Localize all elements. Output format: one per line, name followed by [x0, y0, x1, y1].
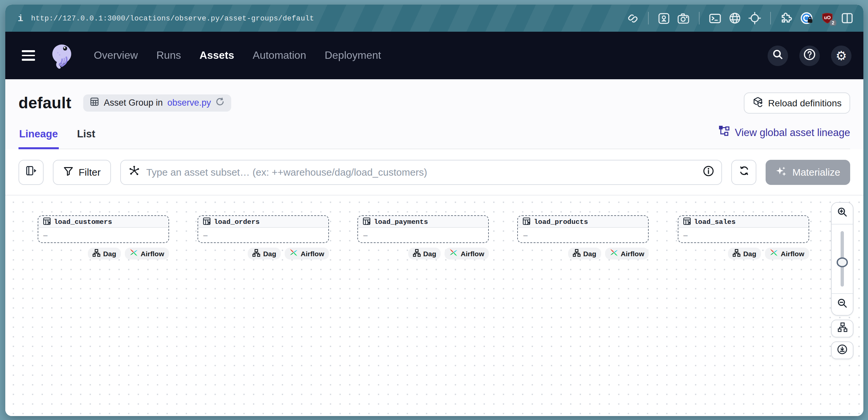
code-location-link[interactable]: observe.py — [167, 98, 211, 108]
zoom-in-icon — [837, 207, 847, 220]
graph-toolbar: Filter Materialize — [5, 149, 863, 195]
status-refresh-icon[interactable] — [216, 97, 225, 108]
nav-actions: ⚙ — [768, 45, 851, 66]
airflow-icon — [450, 249, 458, 259]
tag-label: Dag — [583, 250, 596, 258]
target-picker-icon[interactable] — [748, 12, 761, 25]
asset-node-group: load_orders – Dag Airflow — [197, 215, 329, 259]
tag-label: Dag — [263, 250, 276, 258]
lineage-graph-icon — [719, 126, 730, 139]
reload-definitions-icon — [752, 96, 763, 109]
globe-icon[interactable] — [728, 12, 741, 25]
image-capture-icon[interactable] — [658, 12, 670, 24]
airflow-icon — [770, 249, 778, 259]
lineage-canvas[interactable]: load_customers – Dag Airflow load_orders… — [5, 195, 863, 416]
asset-node-load-payments[interactable]: load_payments – — [358, 215, 489, 243]
syntax-info-icon[interactable] — [703, 165, 714, 179]
external-table-icon — [363, 216, 371, 227]
zoom-slider-thumb[interactable] — [837, 258, 848, 267]
tag-dag[interactable]: Dag — [568, 248, 601, 259]
nav-item-deployment[interactable]: Deployment — [325, 50, 381, 61]
split-view-icon[interactable] — [841, 12, 854, 25]
hamburger-menu-button[interactable] — [22, 50, 35, 61]
airflow-icon — [609, 249, 618, 259]
copy-link-icon[interactable] — [627, 12, 639, 24]
page-title: default — [19, 93, 71, 112]
view-global-asset-lineage-link[interactable]: View global asset lineage — [719, 126, 850, 139]
nav-item-automation[interactable]: Automation — [253, 50, 306, 61]
asset-status-value: – — [43, 231, 48, 239]
zoom-slider[interactable] — [832, 225, 853, 293]
external-table-icon — [203, 216, 211, 227]
external-table-icon — [683, 216, 691, 227]
asset-node-load-orders[interactable]: load_orders – — [197, 215, 329, 243]
tag-label: Airflow — [301, 250, 324, 258]
refresh-icon — [739, 165, 750, 179]
screenshot-camera-icon[interactable] — [677, 12, 690, 24]
asset-name: load_orders — [214, 218, 260, 226]
tag-label: Dag — [103, 250, 116, 258]
extensions-puzzle-icon[interactable] — [780, 12, 793, 25]
asset-status-value: – — [524, 231, 528, 239]
asset-node-load-sales[interactable]: load_sales – — [677, 215, 809, 243]
toolbar-separator — [699, 12, 700, 25]
asset-status-value: – — [683, 231, 688, 239]
asset-graph-icon — [129, 165, 141, 179]
tag-dag[interactable]: Dag — [728, 248, 761, 259]
asset-tags: Dag Airflow — [358, 248, 489, 259]
asset-group-icon — [90, 97, 99, 108]
nav-item-assets[interactable]: Assets — [199, 50, 234, 61]
tag-label: Airflow — [141, 250, 164, 258]
nav-item-runs[interactable]: Runs — [156, 50, 181, 61]
zoom-in-button[interactable] — [832, 203, 853, 225]
asset-tags: Dag Airflow — [37, 248, 169, 259]
tag-airflow[interactable]: Airflow — [445, 248, 489, 259]
asset-node-load-customers[interactable]: load_customers – — [37, 215, 169, 243]
materialize-button[interactable]: Materialize — [766, 160, 850, 185]
asset-node-group: load_products – Dag Airflow — [518, 215, 649, 259]
tag-airflow[interactable]: Airflow — [285, 248, 329, 259]
tag-dag[interactable]: Dag — [88, 248, 121, 259]
help-button[interactable] — [799, 45, 820, 66]
badge-text: Asset Group in — [104, 98, 163, 108]
zoom-out-button[interactable] — [832, 293, 853, 315]
tab-list[interactable]: List — [76, 128, 96, 149]
browser-actions: uO2 — [627, 11, 854, 25]
refresh-graph-button[interactable] — [732, 160, 757, 185]
tag-airflow[interactable]: Airflow — [125, 248, 169, 259]
page-info-icon[interactable]: i — [15, 13, 26, 24]
view-tabs: Lineage List View global asset lineage — [19, 118, 850, 149]
rearrange-layout-button[interactable] — [831, 320, 854, 337]
reload-definitions-button[interactable]: Reload definitions — [743, 92, 850, 113]
nav-item-overview[interactable]: Overview — [94, 50, 138, 61]
asset-node-load-products[interactable]: load_products – — [518, 215, 649, 243]
svg-text:uO: uO — [824, 15, 831, 20]
download-image-button[interactable] — [831, 342, 854, 359]
terminal-icon[interactable] — [709, 12, 721, 24]
dagster-logo[interactable] — [50, 42, 74, 69]
asset-subset-input[interactable] — [146, 166, 714, 177]
tree-layout-icon — [837, 322, 847, 335]
view-global-asset-lineage-label: View global asset lineage — [735, 126, 850, 138]
asset-name: load_sales — [694, 218, 736, 226]
password-manager-icon[interactable] — [800, 11, 814, 25]
tag-airflow[interactable]: Airflow — [605, 248, 649, 259]
tag-label: Dag — [743, 250, 756, 258]
expand-panel-button[interactable] — [19, 160, 43, 185]
tag-label: Airflow — [621, 250, 644, 258]
toolbar-separator — [770, 12, 771, 25]
dag-icon — [253, 249, 260, 258]
search-button[interactable] — [768, 45, 788, 66]
airflow-icon — [129, 249, 138, 259]
tag-dag[interactable]: Dag — [408, 248, 441, 259]
tag-dag[interactable]: Dag — [248, 248, 281, 259]
filter-button[interactable]: Filter — [53, 160, 111, 185]
page-header-section: default Asset Group in observe.py Reload… — [5, 79, 863, 149]
tag-airflow[interactable]: Airflow — [765, 248, 809, 259]
dag-icon — [92, 249, 100, 258]
adblock-shield-icon[interactable]: uO2 — [821, 12, 834, 25]
asset-tags: Dag Airflow — [518, 248, 649, 259]
tab-lineage[interactable]: Lineage — [19, 128, 58, 149]
settings-button[interactable]: ⚙ — [831, 45, 851, 66]
url-bar[interactable]: http://127.0.0.1:3000/locations/observe.… — [31, 14, 314, 22]
